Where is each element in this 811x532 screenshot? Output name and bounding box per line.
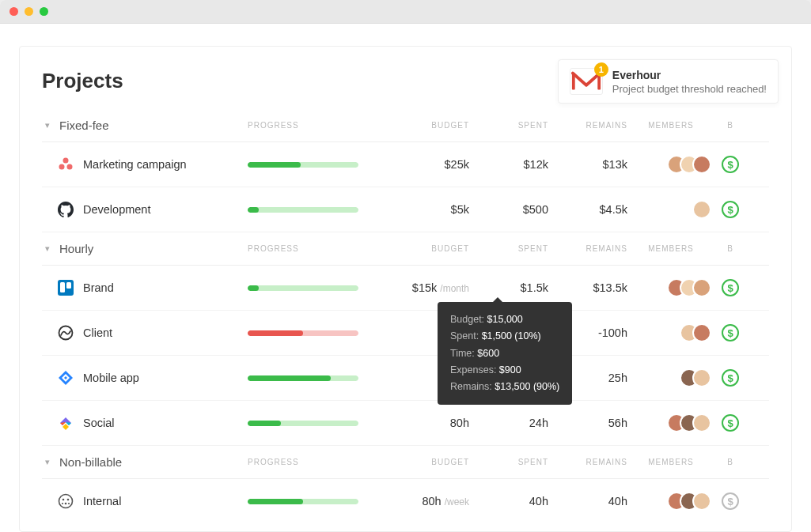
section-toggle[interactable]: ▾Fixed-fee — [42, 119, 248, 132]
section-header: ▾Non-billablePROGRESSBUDGETSPENTREMAINSM… — [42, 446, 769, 479]
project-row[interactable]: Development$5k$500$4.5k$ — [42, 187, 769, 232]
column-header-budget: BUDGET — [382, 458, 469, 466]
section-header: ▾HourlyPROGRESSBUDGETSPENTREMAINSMEMBERS… — [42, 232, 769, 266]
progress-bar — [248, 162, 358, 168]
column-header-remains: REMAINS — [548, 458, 627, 466]
spent-cell: $12k — [469, 158, 548, 171]
svg-point-3 — [59, 164, 65, 170]
chevron-down-icon: ▾ — [42, 120, 53, 130]
project-name[interactable]: Brand — [42, 280, 248, 296]
column-header-budget: BUDGET — [382, 121, 469, 130]
project-name[interactable]: Marketing campaign — [42, 157, 248, 172]
section-toggle[interactable]: ▾Hourly — [42, 242, 248, 255]
billable-indicator[interactable]: $ — [722, 156, 739, 173]
budget-cell: 80h/week — [382, 495, 469, 507]
budget-cell: 80h — [382, 417, 469, 429]
github-icon — [58, 202, 74, 217]
project-row[interactable]: Mobile app100h25h$ — [42, 356, 769, 401]
chevron-down-icon: ▾ — [42, 457, 53, 467]
maximize-window-button[interactable] — [40, 7, 48, 16]
notification-text: Everhour Project budget threshold reache… — [612, 69, 767, 95]
billable-indicator[interactable]: $ — [722, 369, 739, 387]
notification-toast[interactable]: 1 Everhour Project budget threshold reac… — [558, 59, 779, 104]
budget-suffix: /month — [440, 283, 469, 294]
svg-point-11 — [67, 499, 70, 501]
project-row[interactable]: Social80h24h56h$ — [42, 401, 769, 446]
spent-cell: 40h — [469, 495, 548, 507]
billable-cell: $ — [714, 279, 746, 296]
avatar[interactable] — [692, 368, 711, 387]
project-name[interactable]: Mobile app — [42, 370, 248, 386]
members-cell — [627, 368, 714, 387]
progress-cell — [248, 499, 382, 504]
project-name[interactable]: Client — [42, 325, 248, 341]
remains-cell: $13k — [548, 158, 627, 171]
avatar[interactable] — [692, 413, 711, 432]
project-row[interactable]: Internal80h/week40h40h$ — [42, 479, 769, 523]
asana-icon — [58, 157, 74, 172]
minimize-window-button[interactable] — [25, 7, 33, 16]
spent-cell: 24h — [469, 417, 548, 429]
billable-indicator[interactable]: $ — [722, 279, 739, 296]
billable-cell: $ — [714, 414, 746, 432]
remains-cell: 40h — [548, 495, 627, 507]
svg-rect-0 — [572, 74, 575, 90]
project-label: Brand — [83, 281, 114, 294]
window-controls — [9, 7, 48, 16]
project-name[interactable]: Development — [42, 202, 248, 217]
gmail-icon: 1 — [570, 68, 603, 95]
project-row[interactable]: Brand$15k/month$1.5k$13.5k$ — [42, 266, 769, 311]
progress-cell — [248, 375, 382, 381]
project-label: Client — [83, 326, 112, 339]
basecamp-icon — [58, 325, 74, 341]
progress-bar — [248, 421, 358, 426]
section-title-label: Non-billable — [59, 455, 122, 469]
avatar[interactable] — [692, 278, 711, 297]
avatar[interactable] — [692, 323, 711, 342]
progress-bar — [248, 207, 358, 213]
svg-rect-7 — [66, 282, 71, 289]
column-header-budget: BUDGET — [382, 244, 469, 253]
svg-point-10 — [63, 499, 65, 501]
column-header-remains: REMAINS — [548, 244, 627, 253]
project-row[interactable]: Client200h-100h$ — [42, 311, 769, 356]
column-header-spent: SPENT — [469, 458, 548, 466]
members-cell — [627, 278, 714, 297]
svg-point-9 — [59, 495, 73, 508]
billable-indicator[interactable]: $ — [722, 201, 739, 218]
progress-cell — [248, 330, 382, 336]
project-name[interactable]: Social — [42, 415, 248, 431]
budget-cell: $25k — [382, 158, 469, 171]
column-header-billable: B — [714, 458, 746, 466]
avatar[interactable] — [692, 200, 711, 219]
budget-suffix: /week — [445, 496, 469, 507]
billable-indicator[interactable]: $ — [722, 414, 739, 432]
billable-indicator[interactable]: $ — [722, 492, 739, 510]
remains-cell: 56h — [548, 417, 627, 429]
svg-rect-6 — [60, 282, 65, 292]
members-cell — [627, 413, 714, 432]
section-title-label: Hourly — [59, 242, 93, 255]
section-header: ▾Fixed-feePROGRESSBUDGETSPENTREMAINSMEMB… — [42, 109, 769, 142]
column-header-spent: SPENT — [469, 121, 548, 130]
project-label: Marketing campaign — [83, 158, 187, 171]
project-name[interactable]: Internal — [42, 493, 248, 509]
progress-bar — [248, 499, 358, 504]
projects-card: Projects 1 Everhour Project budget thres… — [19, 46, 792, 532]
column-header-progress: PROGRESS — [248, 244, 382, 253]
svg-point-4 — [67, 164, 73, 170]
window-title-bar — [0, 0, 811, 24]
project-label: Development — [83, 203, 150, 216]
project-row[interactable]: Marketing campaign$25k$12k$13k$ — [42, 142, 769, 187]
spent-cell: $1.5k — [469, 281, 548, 294]
svg-point-2 — [63, 158, 69, 164]
progress-bar — [248, 285, 358, 291]
section-toggle[interactable]: ▾Non-billable — [42, 455, 248, 469]
billable-indicator[interactable]: $ — [722, 324, 739, 341]
avatar[interactable] — [692, 492, 711, 511]
close-window-button[interactable] — [9, 7, 18, 16]
content-area: Projects 1 Everhour Project budget thres… — [0, 24, 811, 532]
browser-window: Projects 1 Everhour Project budget thres… — [0, 0, 811, 532]
avatar[interactable] — [692, 155, 711, 174]
billable-cell: $ — [714, 369, 746, 387]
